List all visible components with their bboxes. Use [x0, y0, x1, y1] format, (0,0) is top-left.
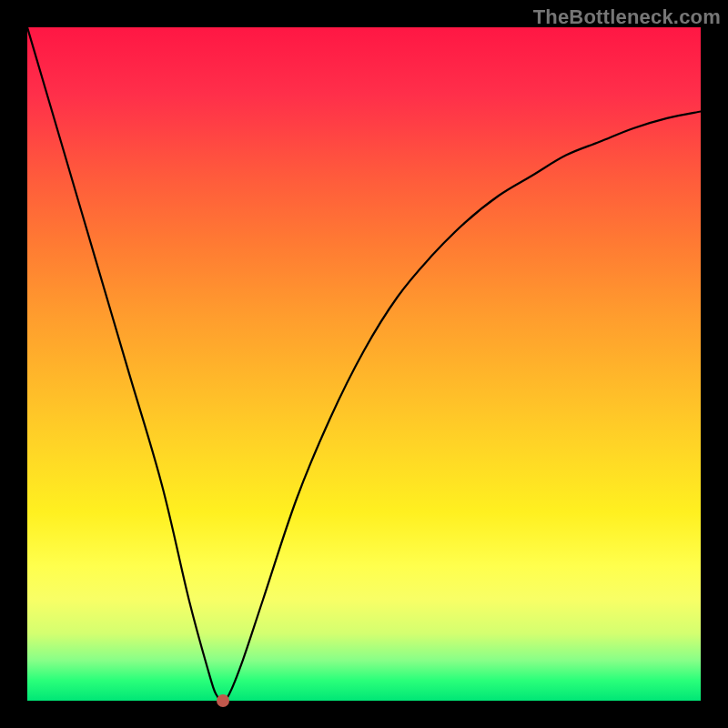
bottleneck-curve-path: [27, 27, 701, 701]
watermark-text: TheBottleneck.com: [533, 5, 721, 29]
minimum-marker: [217, 694, 229, 707]
chart-container: TheBottleneck.com: [0, 0, 728, 728]
plot-area: [27, 27, 701, 701]
curve-svg: [27, 27, 701, 701]
